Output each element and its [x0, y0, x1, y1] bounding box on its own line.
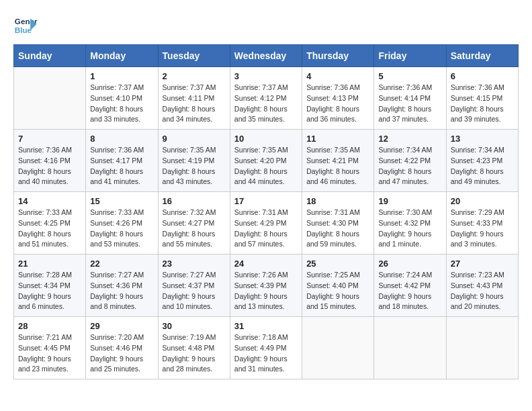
svg-text:Blue: Blue [15, 26, 32, 34]
calendar-cell: 20Sunrise: 7:29 AMSunset: 4:33 PMDayligh… [446, 192, 518, 255]
day-info: Sunrise: 7:29 AMSunset: 4:33 PMDaylight:… [451, 208, 514, 250]
day-number: 8 [90, 134, 153, 144]
day-number: 15 [90, 196, 153, 206]
calendar-table: SundayMondayTuesdayWednesdayThursdayFrid… [13, 44, 519, 379]
logo: General Blue [13, 13, 38, 38]
calendar-cell: 7Sunrise: 7:36 AMSunset: 4:16 PMDaylight… [14, 130, 86, 192]
calendar-cell [14, 67, 86, 130]
day-number: 24 [234, 259, 298, 269]
day-info: Sunrise: 7:26 AMSunset: 4:39 PMDaylight:… [234, 270, 298, 312]
col-header-monday: Monday [86, 45, 158, 67]
day-number: 4 [306, 71, 369, 81]
calendar-cell: 19Sunrise: 7:30 AMSunset: 4:32 PMDayligh… [374, 192, 446, 255]
calendar-cell: 18Sunrise: 7:31 AMSunset: 4:30 PMDayligh… [302, 192, 374, 255]
day-number: 27 [451, 259, 514, 269]
calendar-cell: 29Sunrise: 7:20 AMSunset: 4:46 PMDayligh… [86, 317, 158, 379]
calendar-cell [302, 317, 374, 379]
day-number: 30 [163, 321, 226, 331]
day-info: Sunrise: 7:37 AMSunset: 4:10 PMDaylight:… [90, 83, 153, 125]
calendar-header: SundayMondayTuesdayWednesdayThursdayFrid… [14, 45, 519, 67]
calendar-cell: 31Sunrise: 7:18 AMSunset: 4:49 PMDayligh… [230, 317, 302, 379]
calendar-cell: 17Sunrise: 7:31 AMSunset: 4:29 PMDayligh… [230, 192, 302, 255]
day-info: Sunrise: 7:37 AMSunset: 4:12 PMDaylight:… [234, 83, 298, 125]
calendar-cell: 21Sunrise: 7:28 AMSunset: 4:34 PMDayligh… [14, 255, 86, 317]
calendar-cell: 27Sunrise: 7:23 AMSunset: 4:43 PMDayligh… [446, 255, 518, 317]
day-info: Sunrise: 7:24 AMSunset: 4:42 PMDaylight:… [378, 270, 441, 312]
day-info: Sunrise: 7:18 AMSunset: 4:49 PMDaylight:… [234, 332, 298, 375]
calendar-cell: 2Sunrise: 7:37 AMSunset: 4:11 PMDaylight… [158, 67, 230, 130]
day-info: Sunrise: 7:33 AMSunset: 4:26 PMDaylight:… [90, 208, 153, 250]
day-info: Sunrise: 7:35 AMSunset: 4:20 PMDaylight:… [234, 145, 298, 187]
day-info: Sunrise: 7:35 AMSunset: 4:21 PMDaylight:… [306, 145, 369, 187]
col-header-friday: Friday [374, 45, 446, 67]
day-number: 14 [18, 196, 81, 206]
day-info: Sunrise: 7:33 AMSunset: 4:25 PMDaylight:… [18, 208, 81, 250]
calendar-cell: 28Sunrise: 7:21 AMSunset: 4:45 PMDayligh… [14, 317, 86, 379]
col-header-thursday: Thursday [302, 45, 374, 67]
calendar-week-5: 28Sunrise: 7:21 AMSunset: 4:45 PMDayligh… [14, 317, 519, 379]
day-number: 22 [90, 259, 153, 269]
col-header-tuesday: Tuesday [158, 45, 230, 67]
day-info: Sunrise: 7:36 AMSunset: 4:16 PMDaylight:… [18, 145, 81, 187]
day-info: Sunrise: 7:21 AMSunset: 4:45 PMDaylight:… [18, 332, 81, 375]
calendar-cell [374, 317, 446, 379]
calendar-cell: 4Sunrise: 7:36 AMSunset: 4:13 PMDaylight… [302, 67, 374, 130]
day-info: Sunrise: 7:32 AMSunset: 4:27 PMDaylight:… [163, 208, 226, 250]
day-number: 12 [378, 134, 441, 144]
calendar-cell [446, 317, 518, 379]
day-number: 21 [18, 259, 81, 269]
day-info: Sunrise: 7:31 AMSunset: 4:30 PMDaylight:… [306, 208, 369, 250]
calendar-cell: 15Sunrise: 7:33 AMSunset: 4:26 PMDayligh… [86, 192, 158, 255]
day-number: 19 [378, 196, 441, 206]
day-number: 29 [90, 321, 153, 331]
day-info: Sunrise: 7:35 AMSunset: 4:19 PMDaylight:… [163, 145, 226, 187]
day-number: 7 [18, 134, 81, 144]
day-number: 18 [306, 196, 369, 206]
calendar-cell: 14Sunrise: 7:33 AMSunset: 4:25 PMDayligh… [14, 192, 86, 255]
day-info: Sunrise: 7:19 AMSunset: 4:48 PMDaylight:… [163, 332, 226, 375]
day-info: Sunrise: 7:34 AMSunset: 4:22 PMDaylight:… [378, 145, 441, 187]
calendar-week-3: 14Sunrise: 7:33 AMSunset: 4:25 PMDayligh… [14, 192, 519, 255]
day-number: 5 [378, 71, 441, 81]
day-number: 20 [451, 196, 514, 206]
col-header-saturday: Saturday [446, 45, 518, 67]
calendar-cell: 26Sunrise: 7:24 AMSunset: 4:42 PMDayligh… [374, 255, 446, 317]
calendar-cell: 25Sunrise: 7:25 AMSunset: 4:40 PMDayligh… [302, 255, 374, 317]
day-number: 17 [234, 196, 298, 206]
calendar-cell: 22Sunrise: 7:27 AMSunset: 4:36 PMDayligh… [86, 255, 158, 317]
day-number: 16 [163, 196, 226, 206]
calendar-cell: 13Sunrise: 7:34 AMSunset: 4:23 PMDayligh… [446, 130, 518, 192]
day-number: 28 [18, 321, 81, 331]
day-number: 10 [234, 134, 298, 144]
day-number: 2 [163, 71, 226, 81]
day-info: Sunrise: 7:36 AMSunset: 4:13 PMDaylight:… [306, 83, 369, 125]
day-info: Sunrise: 7:27 AMSunset: 4:36 PMDaylight:… [90, 270, 153, 312]
calendar-week-1: 1Sunrise: 7:37 AMSunset: 4:10 PMDaylight… [14, 67, 519, 130]
calendar-cell: 6Sunrise: 7:36 AMSunset: 4:15 PMDaylight… [446, 67, 518, 130]
day-info: Sunrise: 7:28 AMSunset: 4:34 PMDaylight:… [18, 270, 81, 312]
logo-icon: General Blue [13, 13, 38, 38]
day-number: 6 [451, 71, 514, 81]
calendar-cell: 8Sunrise: 7:36 AMSunset: 4:17 PMDaylight… [86, 130, 158, 192]
day-info: Sunrise: 7:20 AMSunset: 4:46 PMDaylight:… [90, 332, 153, 375]
day-info: Sunrise: 7:31 AMSunset: 4:29 PMDaylight:… [234, 208, 298, 250]
day-info: Sunrise: 7:36 AMSunset: 4:14 PMDaylight:… [378, 83, 441, 125]
calendar-cell: 12Sunrise: 7:34 AMSunset: 4:22 PMDayligh… [374, 130, 446, 192]
calendar-cell: 16Sunrise: 7:32 AMSunset: 4:27 PMDayligh… [158, 192, 230, 255]
day-number: 11 [306, 134, 369, 144]
calendar-cell: 10Sunrise: 7:35 AMSunset: 4:20 PMDayligh… [230, 130, 302, 192]
calendar-cell: 5Sunrise: 7:36 AMSunset: 4:14 PMDaylight… [374, 67, 446, 130]
calendar-week-4: 21Sunrise: 7:28 AMSunset: 4:34 PMDayligh… [14, 255, 519, 317]
calendar-cell: 9Sunrise: 7:35 AMSunset: 4:19 PMDaylight… [158, 130, 230, 192]
day-info: Sunrise: 7:37 AMSunset: 4:11 PMDaylight:… [163, 83, 226, 125]
calendar-cell: 1Sunrise: 7:37 AMSunset: 4:10 PMDaylight… [86, 67, 158, 130]
calendar-cell: 23Sunrise: 7:27 AMSunset: 4:37 PMDayligh… [158, 255, 230, 317]
day-number: 3 [234, 71, 298, 81]
calendar-cell: 24Sunrise: 7:26 AMSunset: 4:39 PMDayligh… [230, 255, 302, 317]
calendar-week-2: 7Sunrise: 7:36 AMSunset: 4:16 PMDaylight… [14, 130, 519, 192]
day-info: Sunrise: 7:34 AMSunset: 4:23 PMDaylight:… [451, 145, 514, 187]
col-header-sunday: Sunday [14, 45, 86, 67]
day-number: 9 [163, 134, 226, 144]
day-info: Sunrise: 7:25 AMSunset: 4:40 PMDaylight:… [306, 270, 369, 312]
day-number: 25 [306, 259, 369, 269]
